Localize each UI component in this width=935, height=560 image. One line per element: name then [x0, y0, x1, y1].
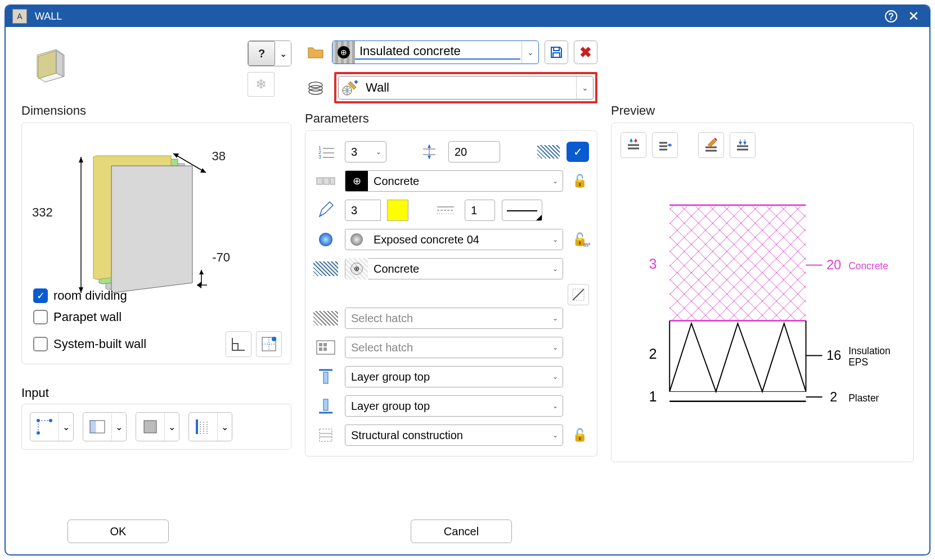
- fill-icon: [136, 413, 164, 441]
- wall-3d-diagram: [31, 132, 282, 301]
- svg-marker-14: [200, 168, 206, 173]
- alignment-button[interactable]: [256, 331, 282, 357]
- parapet-wall-checkbox[interactable]: Parapet wall: [33, 310, 282, 324]
- cancel-button[interactable]: Cancel: [411, 520, 512, 543]
- trade-icon: [313, 425, 338, 445]
- system-built-checkbox[interactable]: System-built wall: [33, 331, 282, 357]
- chevron-down-icon[interactable]: ⌄: [576, 76, 593, 99]
- pen-color-swatch[interactable]: [387, 200, 408, 221]
- offset-value[interactable]: -70: [212, 250, 230, 265]
- svg-rect-95: [669, 206, 806, 321]
- material-combo[interactable]: ⊕ Concrete⌄: [345, 170, 563, 192]
- svg-marker-94: [743, 142, 747, 145]
- titlebar: A WALL ? ✕: [6, 6, 929, 27]
- layer-combo[interactable]: Wall ⌄: [338, 76, 594, 100]
- assist-combo[interactable]: ? ⌄: [248, 40, 291, 66]
- trade-combo[interactable]: Structural construction⌄: [345, 424, 563, 446]
- svg-rect-68: [323, 347, 327, 351]
- profile-combo[interactable]: ⌄: [83, 412, 127, 441]
- svg-text:Insulation: Insulation: [848, 345, 891, 356]
- svg-rect-29: [90, 421, 96, 433]
- svg-point-60: [319, 233, 332, 246]
- globe-hatch-icon: ⊕: [345, 258, 368, 279]
- svg-marker-52: [428, 156, 431, 159]
- input-heading: Input: [21, 386, 291, 400]
- layers-icon[interactable]: [305, 79, 326, 96]
- profile-icon: [83, 413, 111, 441]
- freeze-button[interactable]: ❄: [248, 72, 275, 97]
- svg-marker-13: [173, 153, 179, 158]
- preview-panel: 3 2 1 20 Concrete 16 Insulation EPS 2 Pl…: [611, 123, 914, 462]
- end-style-combo[interactable]: ⌄: [188, 412, 232, 441]
- ok-button[interactable]: OK: [68, 520, 169, 543]
- open-folder-icon[interactable]: [305, 44, 326, 61]
- svg-text:Concrete: Concrete: [848, 260, 888, 272]
- unlock-icon[interactable]: 🔓: [570, 428, 589, 442]
- window-title: WALL: [35, 11, 882, 22]
- svg-marker-81: [634, 138, 637, 142]
- globe-icon: ⊕: [332, 41, 355, 64]
- chevron-down-icon[interactable]: ⌄: [522, 41, 538, 64]
- input-type-combo[interactable]: ⌄: [30, 412, 74, 441]
- close-button[interactable]: ✕: [905, 7, 923, 25]
- delete-button[interactable]: ✖: [574, 40, 597, 64]
- name-combo[interactable]: ⊕ ⌄: [332, 40, 539, 64]
- chevron-down-icon: ⌄: [217, 413, 232, 441]
- hatch2-combo[interactable]: Select hatch⌄: [345, 308, 563, 329]
- preview-tool-3[interactable]: [698, 132, 724, 158]
- polyline-icon: [30, 413, 59, 441]
- unlock-m2-icon[interactable]: 🔓m²: [570, 232, 589, 247]
- surface-combo[interactable]: Exposed concrete 04⌄: [345, 229, 563, 250]
- sphere-grey-icon: [345, 229, 368, 250]
- chevron-down-icon: ⌄: [59, 413, 73, 441]
- preview-label-2-n: 2: [649, 346, 657, 362]
- wall-dialog: A WALL ? ✕ ? ⌄: [5, 4, 930, 556]
- preview-tool-2[interactable]: [652, 132, 678, 158]
- height-value[interactable]: 332: [32, 205, 53, 220]
- visibility-toggle[interactable]: ✓: [567, 142, 589, 162]
- svg-rect-65: [319, 343, 322, 346]
- svg-marker-8: [111, 166, 192, 293]
- preview-tool-4[interactable]: [730, 132, 756, 158]
- globe-black-icon: ⊕: [345, 171, 368, 191]
- layer-combo-text: Wall: [361, 76, 576, 99]
- room-dividing-checkbox[interactable]: ✓ room dividing: [33, 288, 282, 303]
- top-group-combo[interactable]: Layer group top⌄: [345, 366, 563, 387]
- material-row-icon: [313, 171, 338, 191]
- hatch-options-button[interactable]: [568, 284, 589, 305]
- bottom-group-combo[interactable]: Layer group top⌄: [345, 395, 563, 417]
- linetype-icon: [433, 200, 458, 220]
- end-style-icon: [189, 413, 217, 441]
- svg-marker-16: [197, 282, 201, 288]
- preview-label-3-n: 3: [649, 256, 657, 272]
- layer-index-combo[interactable]: 3⌄: [345, 141, 386, 162]
- hatch1-combo[interactable]: ⊕ Concrete⌄: [345, 258, 563, 279]
- preview-heading: Preview: [611, 103, 914, 118]
- width-value[interactable]: 38: [212, 149, 226, 164]
- corner-cleanup-button[interactable]: [226, 331, 251, 357]
- svg-point-39: [309, 89, 322, 94]
- preview-tool-1[interactable]: [621, 132, 646, 158]
- svg-rect-30: [144, 421, 156, 433]
- svg-point-22: [272, 337, 276, 341]
- chevron-down-icon: ⌄: [111, 413, 126, 441]
- hatch3-combo[interactable]: Select hatch⌄: [345, 337, 563, 358]
- line-input[interactable]: [465, 200, 495, 221]
- preview-label-1-n: 1: [649, 389, 657, 404]
- dimensions-heading: Dimensions: [21, 103, 291, 118]
- svg-rect-71: [323, 399, 328, 410]
- name-input[interactable]: [355, 44, 520, 60]
- help-button[interactable]: ?: [882, 7, 900, 25]
- save-button[interactable]: [545, 40, 568, 64]
- svg-marker-92: [739, 142, 742, 145]
- fill-combo[interactable]: ⌄: [136, 412, 179, 441]
- svg-point-37: [309, 82, 322, 88]
- svg-marker-4: [56, 51, 63, 76]
- svg-text:EPS: EPS: [848, 356, 868, 368]
- unlock-icon[interactable]: 🔓: [570, 174, 589, 188]
- linestyle-preview[interactable]: [502, 200, 542, 221]
- app-icon: A: [12, 9, 27, 24]
- checkbox-icon: [33, 310, 48, 324]
- pen-input[interactable]: [345, 200, 381, 221]
- thickness-input[interactable]: [448, 141, 500, 162]
